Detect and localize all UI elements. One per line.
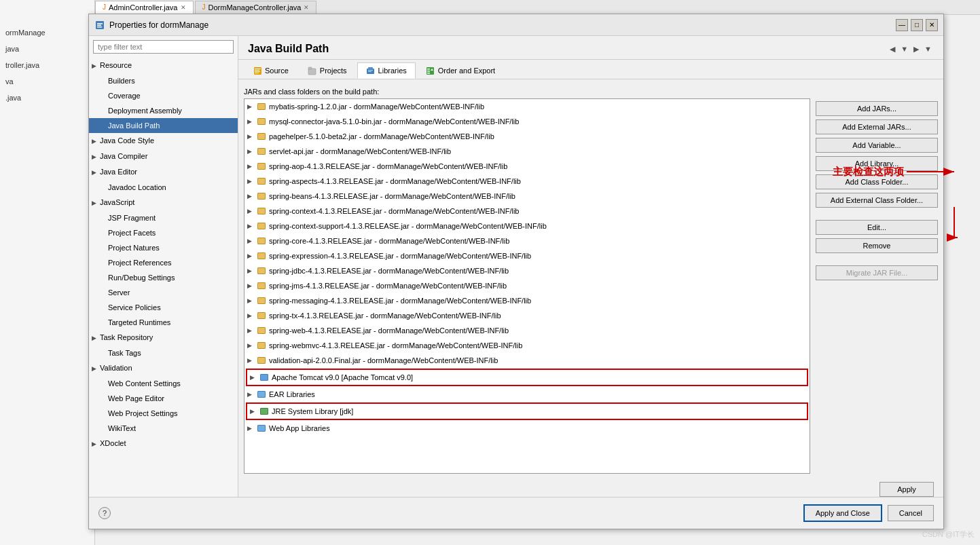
sidebar-item-builders[interactable]: Builders (89, 73, 238, 88)
sidebar-item-coverage[interactable]: Coverage (89, 88, 238, 103)
ide-tab-bar: J AdminController.java ✕ J DormManageCon… (0, 0, 980, 15)
sidebar-item-javadoc[interactable]: Javadoc Location (89, 180, 238, 195)
jar-spring-webmvc[interactable]: ▶ spring-webmvc-4.1.3.RELEASE.jar - dorm… (244, 338, 810, 353)
jar-file-icon (257, 221, 266, 231)
sidebar-item-java-build-path[interactable]: Java Build Path (89, 118, 238, 133)
jar-servlet[interactable]: ▶ servlet-api.jar - dormManage/WebConten… (244, 144, 810, 159)
sidebar-item-project-references[interactable]: Project References (89, 255, 238, 270)
jar-web-app-libraries[interactable]: ▶ Web App Libraries (244, 421, 810, 436)
sidebar-item-web-content-settings[interactable]: Web Content Settings (89, 376, 238, 391)
sidebar-item-resource[interactable]: ▶Resource (89, 58, 238, 73)
sidebar-item-java-editor[interactable]: ▶Java Editor (89, 164, 238, 180)
jar-spring-context[interactable]: ▶ spring-context-4.1.3.RELEASE.jar - dor… (244, 204, 810, 219)
help-button[interactable]: ? (98, 507, 111, 519)
jars-list[interactable]: ▶ mybatis-spring-1.2.0.jar - dormManage/… (244, 98, 810, 474)
sidebar-item-java-compiler[interactable]: ▶Java Compiler (89, 149, 238, 164)
back-arrow[interactable]: ◀ (888, 44, 897, 54)
forward-dropdown[interactable]: ▼ (922, 44, 934, 54)
ide-nav-item: java (3, 41, 92, 57)
expand-icon: ▶ (247, 324, 254, 337)
nav-dropdown[interactable]: ▼ (899, 44, 910, 54)
add-jars-button[interactable]: Add JARs... (816, 101, 938, 116)
tab-order-export[interactable]: Order and Export (417, 62, 504, 79)
sidebar-item-targeted-runtimes[interactable]: Targeted Runtimes (89, 315, 238, 330)
sidebar-item-task-tags[interactable]: Task Tags (89, 345, 238, 360)
svg-rect-16 (427, 69, 430, 70)
apply-close-button[interactable]: Apply and Close (803, 504, 882, 522)
jar-ear-libraries[interactable]: ▶ EAR Libraries (244, 387, 810, 402)
maximize-button[interactable]: □ (911, 19, 923, 31)
migrate-jar-button[interactable]: Migrate JAR File... (816, 265, 938, 280)
jar-jre-system-library[interactable]: ▶ JRE System Library [jdk] (246, 402, 808, 420)
cancel-button[interactable]: Cancel (888, 505, 934, 521)
jar-spring-jms[interactable]: ▶ spring-jms-4.1.3.RELEASE.jar - dormMan… (244, 278, 810, 293)
window-controls: — □ ✕ (896, 19, 938, 31)
admin-controller-tab[interactable]: J AdminController.java ✕ (95, 1, 194, 14)
expand-icon: ▶ (247, 100, 254, 113)
tab-libraries[interactable]: Libraries (357, 62, 416, 79)
jar-file-icon (257, 311, 266, 320)
dialog-body: ▶Resource Builders Coverage Deployment A… (89, 36, 943, 497)
jar-pagehelper[interactable]: ▶ pagehelper-5.1.0-beta2.jar - dormManag… (244, 129, 810, 144)
forward-arrow[interactable]: ▶ (911, 44, 921, 54)
expand-icon: ▶ (247, 235, 254, 247)
sidebar-item-validation[interactable]: ▶Validation (89, 360, 238, 376)
jar-spring-core[interactable]: ▶ spring-core-4.1.3.RELEASE.jar - dormMa… (244, 233, 810, 248)
jar-mysql[interactable]: ▶ mysql-connector-java-5.1.0-bin.jar - d… (244, 114, 810, 129)
minimize-button[interactable]: — (896, 19, 908, 31)
jar-spring-context-support[interactable]: ▶ spring-context-support-4.1.3.RELEASE.j… (244, 219, 810, 233)
sidebar-item-xdoclet[interactable]: ▶XDoclet (89, 436, 238, 451)
ide-sidebar: ormManage java troller.java va .java (0, 0, 95, 545)
svg-rect-4 (254, 67, 261, 75)
jar-spring-aop[interactable]: ▶ spring-aop-4.1.3.RELEASE.jar - dormMan… (244, 159, 810, 174)
sidebar-item-java-code-style[interactable]: ▶Java Code Style (89, 133, 238, 149)
svg-rect-6 (255, 70, 259, 71)
expand-icon: ▶ (247, 205, 254, 217)
dialog-title: Properties for dormManage (109, 20, 896, 30)
sidebar-item-server[interactable]: Server (89, 285, 238, 300)
sidebar-item-jsp-fragment[interactable]: JSP Fragment (89, 210, 238, 225)
jar-spring-expression[interactable]: ▶ spring-expression-4.1.3.RELEASE.jar - … (244, 248, 810, 263)
close-button[interactable]: ✕ (926, 19, 938, 31)
jar-mybatis[interactable]: ▶ mybatis-spring-1.2.0.jar - dormManage/… (244, 99, 810, 114)
filter-input[interactable] (93, 40, 234, 54)
edit-button[interactable]: Edit... (816, 220, 938, 235)
jar-apache-tomcat[interactable]: ▶ Apache Tomcat v9.0 [Apache Tomcat v9.0… (246, 369, 808, 386)
jar-spring-tx[interactable]: ▶ spring-tx-4.1.3.RELEASE.jar - dormMana… (244, 308, 810, 323)
jar-spring-aspects[interactable]: ▶ spring-aspects-4.1.3.RELEASE.jar - dor… (244, 174, 810, 189)
sidebar-item-project-natures[interactable]: Project Natures (89, 240, 238, 255)
jar-spring-beans[interactable]: ▶ spring-beans-4.1.3.RELEASE.jar - dormM… (244, 189, 810, 204)
expand-icon: ▶ (247, 265, 254, 277)
sidebar-item-project-facets[interactable]: Project Facets (89, 225, 238, 240)
add-variable-button[interactable]: Add Variable... (816, 138, 938, 153)
jar-file-icon (257, 236, 266, 246)
sidebar-item-wikitext[interactable]: WikiText (89, 421, 238, 436)
expand-icon: ▶ (247, 175, 254, 187)
tab-projects[interactable]: Projects (299, 62, 356, 79)
jar-validation[interactable]: ▶ validation-api-2.0.0.Final.jar - dormM… (244, 353, 810, 368)
add-external-jars-button[interactable]: Add External JARs... (816, 119, 938, 134)
sidebar-item-service-policies[interactable]: Service Policies (89, 300, 238, 315)
add-external-class-folder-button[interactable]: Add External Class Folder... (816, 193, 938, 208)
ide-nav-item: .java (3, 90, 92, 106)
svg-rect-8 (255, 73, 259, 73)
sidebar-item-web-page-editor[interactable]: Web Page Editor (89, 391, 238, 406)
sidebar-item-javascript[interactable]: ▶JavaScript (89, 195, 238, 210)
jar-spring-jdbc[interactable]: ▶ spring-jdbc-4.1.3.RELEASE.jar - dormMa… (244, 263, 810, 278)
expand-icon: ▶ (247, 388, 254, 400)
sidebar-item-deployment-assembly[interactable]: Deployment Assembly (89, 103, 238, 118)
sidebar-item-run-debug[interactable]: Run/Debug Settings (89, 270, 238, 285)
apply-button-top[interactable]: Apply (879, 482, 934, 497)
add-class-folder-button[interactable]: Add Class Folder... (816, 174, 938, 189)
expand-icon: ▶ (247, 354, 254, 367)
sidebar-item-task-repository[interactable]: ▶Task Repository (89, 330, 238, 345)
tab-source[interactable]: Source (244, 62, 297, 79)
libraries-tab-icon (366, 66, 376, 75)
jar-spring-messaging[interactable]: ▶ spring-messaging-4.1.3.RELEASE.jar - d… (244, 293, 810, 308)
add-library-button[interactable]: Add Library... (816, 156, 938, 171)
jar-spring-web[interactable]: ▶ spring-web-4.1.3.RELEASE.jar - dormMan… (244, 323, 810, 338)
tab-content-libraries: JARs and class folders on the build path… (238, 79, 943, 479)
sidebar-item-web-project-settings[interactable]: Web Project Settings (89, 406, 238, 421)
remove-button[interactable]: Remove (816, 238, 938, 253)
dorm-manage-controller-tab[interactable]: J DormManageController.java ✕ (195, 1, 317, 14)
